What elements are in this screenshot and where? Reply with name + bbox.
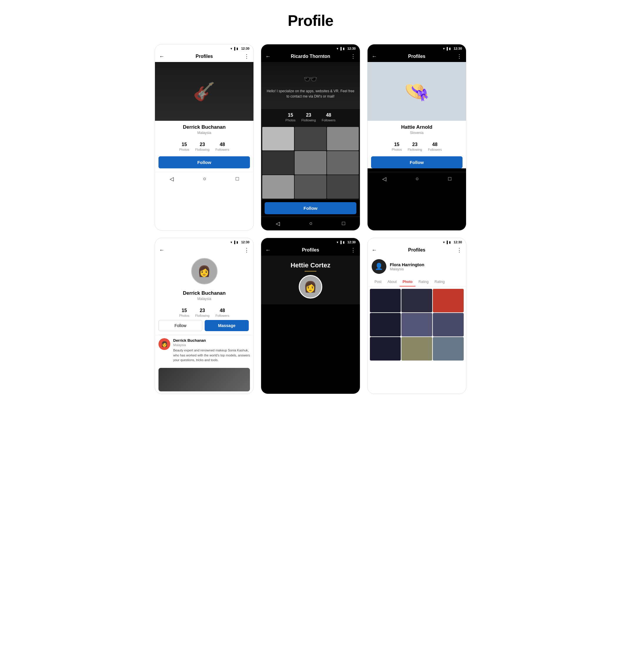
bottom-nav: ◁ ○ □ xyxy=(155,172,253,186)
photos-count: 15 xyxy=(392,142,402,147)
following-label: Flollowing xyxy=(301,119,316,122)
signal-icon xyxy=(446,240,448,244)
square-nav-icon[interactable]: □ xyxy=(448,176,451,182)
hero-area: 🕶️ Hello! I specialize on the apps, webs… xyxy=(261,62,360,109)
followers-count: 48 xyxy=(322,113,335,118)
photos-label: Photos xyxy=(179,148,190,151)
top-nav: ← Profiles ⋮ xyxy=(155,51,253,62)
back-button[interactable]: ← xyxy=(372,53,377,60)
profile-location: Malaysia xyxy=(158,297,251,301)
photo-grid xyxy=(261,126,360,200)
back-nav-icon[interactable]: ◁ xyxy=(170,176,174,182)
time: 12:30 xyxy=(241,47,249,50)
stat-following: 23 Flollowing xyxy=(408,142,422,151)
follow-button[interactable]: Follow xyxy=(159,156,250,168)
stats-row: 15 Photos 23 Flollowing 48 Followers xyxy=(155,306,253,320)
stat-following: 23 Flollowing xyxy=(195,308,210,318)
photo-8 xyxy=(295,175,326,198)
back-button[interactable]: ← xyxy=(265,247,271,253)
back-button[interactable]: ← xyxy=(372,247,377,253)
flora-photo-5 xyxy=(401,313,432,337)
back-button[interactable]: ← xyxy=(159,53,164,60)
top-nav: ← Profiles ⋮ xyxy=(261,245,360,256)
followers-count: 48 xyxy=(215,308,229,313)
photo-4 xyxy=(262,151,294,175)
home-nav-icon[interactable]: ○ xyxy=(309,220,313,227)
profile-info: Derrick Buchanan Malaysia xyxy=(155,121,253,140)
back-nav-icon[interactable]: ◁ xyxy=(276,220,280,227)
top-nav: ← Profiles ⋮ xyxy=(368,245,466,256)
hettie-underline xyxy=(304,271,317,271)
top-nav: ← ⋮ xyxy=(155,245,253,256)
followers-label: Followers xyxy=(215,148,229,151)
follow-button[interactable]: Follow xyxy=(371,156,462,168)
follow-button[interactable]: Follow xyxy=(159,320,202,331)
stat-photos: 15 Photos xyxy=(179,308,190,318)
hettie-name: Hettie Cortez xyxy=(265,262,356,269)
tab-about[interactable]: About xyxy=(384,277,400,286)
more-button[interactable]: ⋮ xyxy=(244,247,249,253)
time: 12:30 xyxy=(347,47,356,50)
bottom-nav: ◁ ○ □ xyxy=(368,172,466,186)
bio-avatar: 👩 xyxy=(159,338,170,350)
profile-info: Derrick Buchanan Malaysia xyxy=(155,287,253,306)
stat-following: 23 Flollowing xyxy=(301,113,316,122)
stat-following: 23 Flollowing xyxy=(195,142,210,151)
followers-label: Followers xyxy=(428,148,442,151)
bio-text: Beauty expert and renowned makeup Sonia … xyxy=(173,348,250,363)
flora-photo-grid xyxy=(368,286,466,363)
square-nav-icon[interactable]: □ xyxy=(342,220,345,227)
status-bar: 12:30 xyxy=(368,44,466,51)
tab-rating-2[interactable]: Rating xyxy=(431,277,448,286)
wifi-icon xyxy=(337,240,338,244)
profile-name: Derrick Buchanan xyxy=(158,124,251,130)
followers-label: Followers xyxy=(215,314,229,317)
photo-7 xyxy=(262,175,294,198)
home-nav-icon[interactable]: ○ xyxy=(415,176,419,182)
back-button[interactable]: ← xyxy=(265,53,271,60)
nav-title: Profiles xyxy=(377,248,457,253)
flora-info: Flora Harrington Malaysia xyxy=(390,262,425,271)
following-label: Flollowing xyxy=(408,148,422,151)
more-button[interactable]: ⋮ xyxy=(350,53,356,60)
back-nav-icon[interactable]: ◁ xyxy=(382,176,386,182)
photo-5 xyxy=(295,151,326,175)
bio-text: Hello! I specialize on the apps, website… xyxy=(265,88,356,99)
profile-location: Slovenia xyxy=(370,131,463,135)
more-button[interactable]: ⋮ xyxy=(457,53,462,60)
hettie-avatar: 👩 xyxy=(299,275,322,299)
stat-followers: 48 Followers xyxy=(322,113,335,122)
stat-photos: 15 Photos xyxy=(286,113,295,122)
signal-icon xyxy=(339,47,341,50)
square-nav-icon[interactable]: □ xyxy=(236,176,239,182)
stats-row: 15 Photos 23 Flollowing 48 Followers xyxy=(155,140,253,154)
more-button[interactable]: ⋮ xyxy=(350,247,356,253)
battery-icon xyxy=(237,240,238,244)
photo-2 xyxy=(295,127,326,150)
tab-post[interactable]: Post xyxy=(372,277,384,286)
stat-followers: 48 Followers xyxy=(215,308,229,318)
photo-9 xyxy=(327,175,359,198)
more-button[interactable]: ⋮ xyxy=(244,53,249,60)
photos-label: Photos xyxy=(286,119,295,122)
flora-photo-3 xyxy=(433,289,464,312)
phone-col3-top: 12:30 ← Profiles ⋮ 👒 Hattie Arnold Slove… xyxy=(367,44,466,231)
profile-section: Hattie Arnold Slovenia 15 Photos 23 Flol… xyxy=(368,121,466,168)
message-button[interactable]: Massage xyxy=(205,320,248,331)
tab-photo[interactable]: Photo xyxy=(400,277,415,286)
profile-location: Malaysia xyxy=(158,131,251,135)
follow-button[interactable]: Follow xyxy=(265,202,356,214)
flora-photo-7 xyxy=(370,337,401,361)
signal-icon xyxy=(446,47,448,50)
signal-icon xyxy=(233,240,235,244)
nav-title: Profiles xyxy=(164,54,244,59)
wifi-icon xyxy=(443,47,445,50)
battery-icon xyxy=(343,240,345,244)
stat-followers: 48 Followers xyxy=(428,142,442,151)
signal-icon xyxy=(339,240,341,244)
home-nav-icon[interactable]: ○ xyxy=(203,176,206,182)
more-button[interactable]: ⋮ xyxy=(457,247,462,253)
battery-icon xyxy=(449,47,451,50)
tab-rating-1[interactable]: Rating xyxy=(415,277,431,286)
back-button[interactable]: ← xyxy=(159,247,164,253)
